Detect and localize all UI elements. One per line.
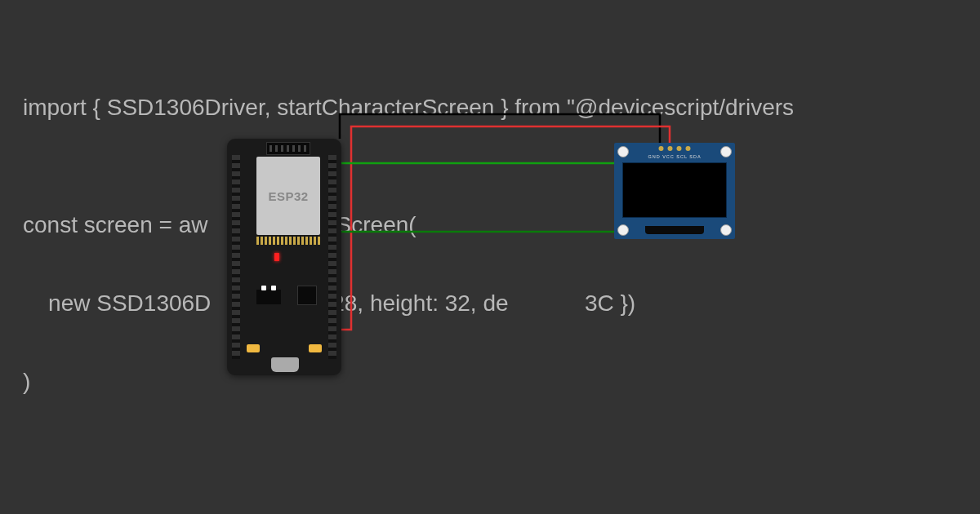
pin-header-right[interactable] bbox=[328, 155, 336, 359]
pin-gnd[interactable] bbox=[659, 146, 664, 151]
reset-button[interactable] bbox=[256, 290, 281, 304]
oled-display-area bbox=[622, 162, 727, 218]
pin-scl[interactable] bbox=[677, 146, 682, 151]
code-line: new SSD1306D th: 128, height: 32, de 3C … bbox=[23, 284, 980, 323]
code-background: import { SSD1306Driver, startCharacterSc… bbox=[23, 49, 980, 514]
pin-header-left[interactable] bbox=[232, 155, 240, 359]
usb-serial-chip bbox=[297, 286, 317, 305]
usb-c-port-icon bbox=[271, 357, 299, 372]
code-line: const screen = aw haracterScreen( bbox=[23, 206, 980, 245]
chip-pin-row bbox=[256, 237, 320, 245]
oled-pin-labels: GND VCC SCL SDA bbox=[648, 154, 701, 159]
oled-flex-cable bbox=[645, 226, 704, 234]
indicator-led-right bbox=[309, 344, 322, 352]
code-line: ) bbox=[23, 362, 980, 401]
oled-pin-header[interactable] bbox=[659, 146, 691, 151]
esp32-chip: ESP32 bbox=[256, 157, 320, 235]
mounting-hole-icon bbox=[617, 224, 629, 236]
mounting-hole-icon bbox=[720, 224, 732, 236]
esp32-antenna bbox=[266, 142, 310, 155]
esp32-devkit-board[interactable]: ESP32 bbox=[227, 139, 341, 375]
chip-label: ESP32 bbox=[268, 189, 308, 203]
mounting-hole-icon bbox=[617, 146, 629, 157]
power-led-icon bbox=[274, 253, 279, 261]
pin-vcc[interactable] bbox=[668, 146, 673, 151]
ssd1306-oled-module[interactable]: GND VCC SCL SDA bbox=[614, 143, 735, 239]
code-line: import { SSD1306Driver, startCharacterSc… bbox=[23, 88, 980, 127]
mounting-hole-icon bbox=[720, 146, 732, 157]
indicator-led-left bbox=[247, 344, 260, 352]
pin-sda[interactable] bbox=[686, 146, 691, 151]
